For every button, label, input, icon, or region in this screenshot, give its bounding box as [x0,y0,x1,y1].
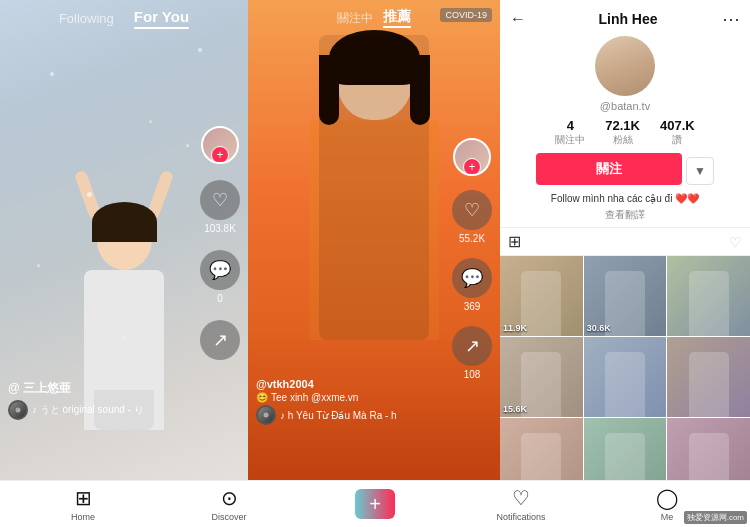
middle-sound: ♪ h Yêu Từ Đầu Mà Ra - h [256,405,440,425]
thumb-figure-9 [667,418,750,480]
share-group[interactable]: ↗ [200,320,240,360]
me-icon: ◯ [656,486,678,510]
nav-discover[interactable]: ⊙ Discover [156,486,302,522]
stat-likes-label: 讚 [660,133,695,147]
profile-avatar [595,36,655,96]
left-bottom-info: @ 三上悠亜 ♪ うと original sound - り [8,380,188,420]
profile-avatar-image [595,36,655,96]
notifications-icon: ♡ [512,486,530,510]
back-button[interactable]: ← [510,10,526,28]
stat-following-num: 4 [555,118,585,133]
mid-like-icon[interactable]: ♡ [452,190,492,230]
create-button[interactable]: + [355,489,395,519]
left-head [97,210,152,270]
video-thumb-2[interactable]: 30.6K [584,256,667,336]
stat-following-label: 關注中 [555,133,585,147]
middle-panel: 關注中 推薦 COVID-19 ♡ [248,0,500,480]
mid-like-count: 55.2K [459,233,485,244]
profile-stats: 4 關注中 72.1K 粉絲 407.K 讚 [555,118,694,147]
tab-tuijian[interactable]: 推薦 [383,8,411,28]
nav-notifications[interactable]: ♡ Notifications [448,486,594,522]
left-header: Following For You [0,0,248,37]
video-thumb-1[interactable]: 11.9K [500,256,583,336]
me-label: Me [661,512,674,522]
video-thumb-8[interactable] [584,418,667,480]
translate-button[interactable]: 查看翻譯 [605,208,645,222]
avatar-group[interactable] [201,126,239,164]
grid-tab-icon[interactable]: ⊞ [508,232,521,251]
video-thumb-7[interactable]: 15.6K [500,418,583,480]
stat-likes-num: 407.K [660,118,695,133]
nav-create[interactable]: + [302,489,448,519]
left-username: @ 三上悠亜 [8,380,188,397]
thumb-figure-7 [500,418,583,480]
stat-following: 4 關注中 [555,118,585,147]
share-icon[interactable]: ↗ [200,320,240,360]
middle-person-figure [309,35,439,340]
middle-body [309,120,439,340]
video-thumb-5[interactable] [584,337,667,417]
left-panel: Following For You [0,0,248,480]
mid-avatar-group[interactable] [453,138,491,176]
profile-bio: Follow mình nha các cậu đi ❤️❤️ [551,193,699,204]
mid-share-count: 108 [464,369,481,380]
stat-followers: 72.1K 粉絲 [605,118,640,147]
tab-guanzhu[interactable]: 關注中 [337,10,373,27]
video-thumb-9[interactable] [667,418,750,480]
video-thumb-4[interactable]: 15.6K [500,337,583,417]
thumb-figure-6 [667,337,750,417]
middle-body-shadow [319,35,429,340]
profile-handle: @batan.tv [600,100,650,112]
middle-desc: 😊 Tee xinh @xxme.vn [256,392,440,403]
view-count-4: 15.6K [503,404,527,414]
view-count-2: 30.6K [587,323,611,333]
like-count: 103.8K [204,223,236,234]
mid-like-group[interactable]: ♡ 55.2K [452,190,492,244]
notifications-label: Notifications [496,512,545,522]
creator-avatar[interactable] [201,126,239,164]
profile-name: Linh Hee [534,11,722,27]
mid-comment-count: 369 [464,301,481,312]
mid-share-icon[interactable]: ↗ [452,326,492,366]
follow-button[interactable]: 關注 [536,153,682,185]
liked-tab-icon[interactable]: ♡ [729,234,742,250]
video-thumb-6[interactable] [667,337,750,417]
mid-comment-icon[interactable]: 💬 [452,258,492,298]
discover-icon: ⊙ [221,486,238,510]
thumb-figure-3 [667,256,750,336]
stat-followers-num: 72.1K [605,118,640,133]
comment-count: 0 [217,293,223,304]
left-sound: ♪ うと original sound - り [8,400,188,420]
mid-comment-group[interactable]: 💬 369 [452,258,492,312]
middle-bottom-info: @vtkh2004 😊 Tee xinh @xxme.vn ♪ h Yêu Từ… [256,378,440,425]
view-count-1: 11.9K [503,323,527,333]
left-hair [92,202,157,242]
middle-header: 關注中 推薦 COVID-19 [248,0,500,36]
stat-likes: 407.K 讚 [660,118,695,147]
profile-header: ← Linh Hee ⋯ @batan.tv 4 關注中 72.1K 粉絲 40… [500,0,750,228]
like-icon[interactable]: ♡ [200,180,240,220]
tab-foryou[interactable]: For You [134,8,189,29]
middle-sidebar-icons: ♡ 55.2K 💬 369 ↗ 108 [452,138,492,380]
left-sidebar-icons: ♡ 103.8K 💬 0 ↗ [200,126,240,360]
like-group[interactable]: ♡ 103.8K [200,180,240,234]
video-thumb-3[interactable] [667,256,750,336]
right-panel: ← Linh Hee ⋯ @batan.tv 4 關注中 72.1K 粉絲 40… [500,0,750,480]
watermark: 独爱资源网.com [684,511,747,524]
profile-header-top: ← Linh Hee ⋯ [510,8,740,30]
tab-following[interactable]: Following [59,11,114,26]
home-icon: ⊞ [75,486,92,510]
mid-creator-avatar[interactable] [453,138,491,176]
nav-home[interactable]: ⊞ Home [10,486,156,522]
covid-badge: COVID-19 [440,8,492,22]
comment-group[interactable]: 💬 0 [200,250,240,304]
middle-username: @vtkh2004 [256,378,440,390]
home-label: Home [71,512,95,522]
comment-icon[interactable]: 💬 [200,250,240,290]
video-grid: 11.9K 30.6K 15.6K 15.6K [500,256,750,480]
more-options-button[interactable]: ⋯ [722,8,740,30]
dropdown-button[interactable]: ▼ [686,157,714,185]
music-disc-icon [8,400,28,420]
discover-label: Discover [211,512,246,522]
mid-share-group[interactable]: ↗ 108 [452,326,492,380]
